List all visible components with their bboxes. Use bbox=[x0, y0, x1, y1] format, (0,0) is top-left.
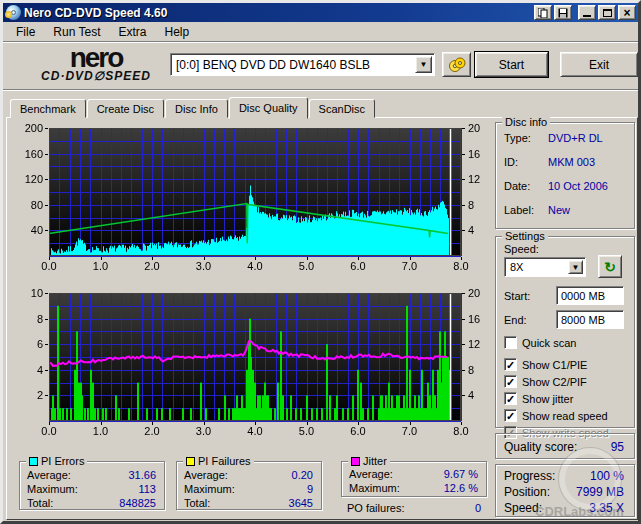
stat-value: 9 bbox=[307, 483, 313, 495]
stat-label: Total: bbox=[27, 497, 53, 509]
maximize-icon bbox=[603, 9, 612, 17]
exit-button[interactable]: Exit bbox=[560, 52, 638, 77]
stat-label: Maximum: bbox=[184, 483, 235, 495]
toolbar: nero CD·DVD∅SPEED [0:0] BENQ DVD DD DW16… bbox=[3, 44, 638, 90]
close-button[interactable]: × bbox=[618, 5, 636, 20]
start-button[interactable]: Start bbox=[475, 52, 548, 77]
menu-help[interactable]: Help bbox=[156, 23, 199, 41]
stat-label: Average: bbox=[27, 469, 71, 481]
minimize-button[interactable] bbox=[578, 5, 596, 20]
settings-title: Settings bbox=[502, 230, 548, 242]
end-position-label: End: bbox=[504, 314, 527, 326]
tab-create-disc[interactable]: Create Disc bbox=[87, 99, 164, 118]
maximize-button[interactable] bbox=[598, 5, 616, 20]
copy-to-clipboard-button[interactable] bbox=[534, 5, 552, 20]
drive-selector-value: [0:0] BENQ DVD DD DW1640 BSLB bbox=[171, 58, 415, 72]
tab-strip: Benchmark Create Disc Disc Info Disc Qua… bbox=[10, 96, 376, 118]
disc-type-label: Type: bbox=[504, 132, 531, 144]
pi-failures-jitter-chart bbox=[9, 287, 491, 439]
disc-icon bbox=[448, 57, 466, 73]
menu-run-test[interactable]: Run Test bbox=[44, 23, 109, 41]
speed-value: 8X bbox=[505, 261, 568, 273]
save-floppy-icon bbox=[558, 8, 568, 18]
app-disc-icon bbox=[6, 5, 21, 20]
pi-errors-swatch bbox=[29, 457, 38, 466]
position-label: Position: bbox=[504, 485, 550, 499]
stat-label: Maximum: bbox=[27, 483, 78, 495]
tab-benchmark[interactable]: Benchmark bbox=[10, 99, 86, 118]
checkbox-box: ✓ bbox=[504, 358, 517, 371]
disc-quality-page: Disc info Type: DVD+R DL ID: MKM 003 Dat… bbox=[6, 117, 638, 520]
pi-errors-chart bbox=[9, 122, 491, 274]
combobox-dropdown-button[interactable]: ▼ bbox=[415, 56, 432, 73]
menu-bar: File Run Test Extra Help bbox=[3, 22, 638, 42]
checkbox-show-read-speed[interactable]: ✓ Show read speed bbox=[504, 409, 608, 422]
jitter-swatch bbox=[351, 457, 360, 466]
checkbox-show-c1-pie[interactable]: ✓ Show C1/PIE bbox=[504, 358, 587, 371]
stat-label: Maximum: bbox=[349, 482, 400, 494]
pi-failures-swatch bbox=[186, 457, 195, 466]
speed-dropdown-button[interactable]: ▼ bbox=[568, 260, 583, 274]
checkbox-box: ✓ bbox=[504, 336, 517, 349]
app-window: Nero CD-DVD Speed 4.60 × File Run Test E… bbox=[0, 0, 641, 524]
disc-id-value: MKM 003 bbox=[548, 156, 595, 168]
disc-type-value: DVD+R DL bbox=[548, 132, 603, 144]
start-position-field[interactable]: 0000 MB bbox=[556, 286, 624, 305]
disc-label-label: Label: bbox=[504, 204, 534, 216]
quality-score-value: 95 bbox=[611, 440, 624, 454]
checkbox-quick-scan[interactable]: ✓ Quick scan bbox=[504, 336, 576, 349]
tab-disc-quality[interactable]: Disc Quality bbox=[229, 97, 308, 119]
tab-scandisc[interactable]: ScanDisc bbox=[309, 99, 375, 118]
stat-value: 0.20 bbox=[292, 469, 313, 481]
save-button[interactable] bbox=[554, 5, 572, 20]
stat-value: 3645 bbox=[289, 497, 313, 509]
speed-combobox[interactable]: 8X ▼ bbox=[504, 257, 586, 277]
stat-value: 12.6 % bbox=[444, 482, 478, 494]
po-failures-row: PO failures: 0 bbox=[347, 502, 481, 514]
stat-value: 9.67 % bbox=[444, 468, 478, 480]
menu-extra[interactable]: Extra bbox=[109, 23, 155, 41]
checkbox-box: ✓ bbox=[504, 392, 517, 405]
po-failures-value: 0 bbox=[475, 502, 481, 514]
jitter-stats-title: Jitter bbox=[348, 455, 390, 467]
speed-label: Speed: bbox=[504, 243, 539, 255]
jitter-stats-group: Jitter Average:9.67 % Maximum:12.6 % bbox=[341, 461, 487, 497]
copy-icon bbox=[538, 8, 548, 18]
close-icon: × bbox=[623, 8, 630, 18]
quality-score-box: Quality score: 95 bbox=[495, 433, 635, 459]
disc-info-title: Disc info bbox=[502, 116, 550, 128]
window-title: Nero CD-DVD Speed 4.60 bbox=[24, 6, 532, 20]
disc-id-label: ID: bbox=[504, 156, 518, 168]
checkbox-box: ✓ bbox=[504, 375, 517, 388]
stat-label: Total: bbox=[184, 497, 210, 509]
nero-logo: nero CD·DVD∅SPEED bbox=[31, 46, 161, 82]
stat-label: Average: bbox=[349, 468, 393, 480]
checkbox-box: ✓ bbox=[504, 409, 517, 422]
eject-disc-button[interactable] bbox=[442, 52, 471, 77]
tab-disc-info[interactable]: Disc Info bbox=[165, 99, 228, 118]
quality-score-label: Quality score: bbox=[504, 440, 577, 454]
stat-label: Average: bbox=[184, 469, 228, 481]
minimize-icon bbox=[583, 15, 591, 17]
watermark-text: CDRLabs.com bbox=[535, 504, 624, 519]
stat-value: 113 bbox=[138, 483, 156, 495]
checkbox-show-jitter[interactable]: ✓ Show jitter bbox=[504, 392, 573, 405]
pi-failures-stats-title: PI Failures bbox=[183, 455, 254, 467]
disc-date-value: 10 Oct 2006 bbox=[548, 180, 608, 192]
menu-file[interactable]: File bbox=[7, 23, 44, 41]
pi-errors-stats-title: PI Errors bbox=[26, 455, 87, 467]
disc-label-value: New bbox=[548, 204, 570, 216]
checkbox-show-c2-pif[interactable]: ✓ Show C2/PIF bbox=[504, 375, 587, 388]
po-failures-label: PO failures: bbox=[347, 502, 404, 514]
settings-group: Settings Speed: 8X ▼ ↻ Start: 0000 MB En… bbox=[495, 236, 635, 428]
stat-value: 848825 bbox=[119, 497, 156, 509]
title-bar: Nero CD-DVD Speed 4.60 × bbox=[3, 3, 638, 22]
drive-selector-combobox[interactable]: [0:0] BENQ DVD DD DW1640 BSLB ▼ bbox=[170, 53, 435, 76]
progress-label: Progress: bbox=[504, 469, 555, 483]
pi-errors-stats-group: PI Errors Average:31.66 Maximum:113 Tota… bbox=[19, 461, 165, 510]
disc-date-label: Date: bbox=[504, 180, 530, 192]
refresh-speeds-button[interactable]: ↻ bbox=[598, 255, 622, 278]
watermark-disc bbox=[559, 448, 621, 510]
stat-value: 31.66 bbox=[128, 469, 156, 481]
end-position-field[interactable]: 8000 MB bbox=[556, 310, 624, 329]
